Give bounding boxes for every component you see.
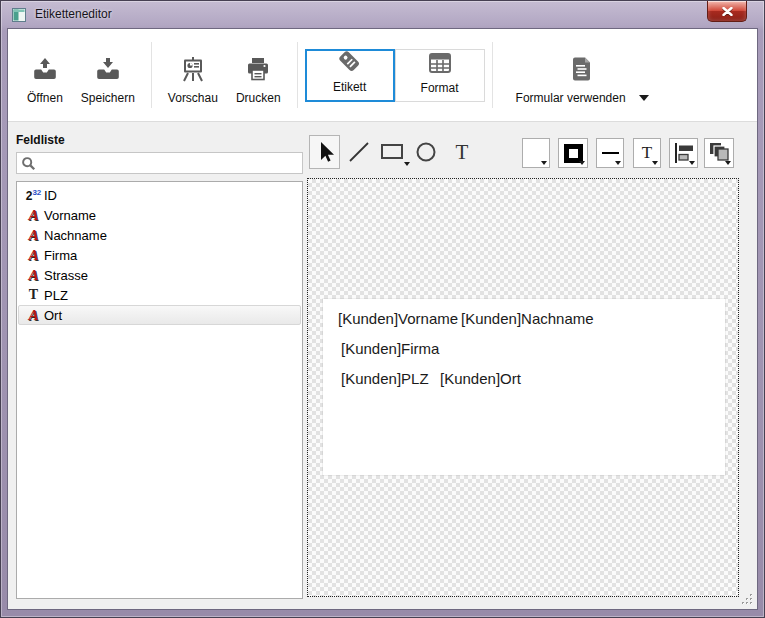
window-title: Etiketteneditor	[35, 7, 112, 21]
field-placeholder-nachname[interactable]: [Kunden]Nachname	[461, 310, 594, 327]
field-row-strasse[interactable]: A Strasse	[18, 265, 301, 285]
fieldlist-title: Feldliste	[16, 133, 65, 147]
dropdown-arrow-icon	[652, 161, 658, 165]
dropdown-arrow-icon	[725, 161, 731, 165]
text-style-button[interactable]: T	[633, 138, 661, 168]
label-view-label: Etikett	[333, 80, 366, 94]
dropdown-arrow-icon	[689, 161, 695, 165]
search-input[interactable]	[40, 156, 298, 170]
field-row-id[interactable]: 232 ID	[18, 185, 301, 205]
field-placeholder-ort[interactable]: [Kunden]Ort	[440, 370, 521, 387]
field-placeholder-vorname[interactable]: [Kunden]Vorname	[338, 310, 458, 327]
field-label: Ort	[44, 308, 62, 323]
line-style-button[interactable]	[596, 138, 624, 168]
border-color-icon	[564, 144, 583, 163]
field-placeholder-plz[interactable]: [Kunden]PLZ	[341, 370, 429, 387]
rectangle-tool-button[interactable]	[378, 135, 406, 169]
field-row-ort[interactable]: A Ort	[18, 305, 301, 325]
field-label: PLZ	[44, 288, 68, 303]
open-label: Öffnen	[27, 91, 63, 105]
align-button[interactable]	[669, 138, 698, 168]
save-label: Speichern	[81, 91, 135, 105]
open-button[interactable]: Öffnen	[18, 45, 72, 105]
field-label: Firma	[44, 248, 77, 263]
rectangle-dropdown-arrow-icon	[404, 162, 410, 166]
integer-type-icon: 232	[23, 189, 44, 202]
field-label: Vorname	[44, 208, 96, 223]
search-icon	[21, 156, 36, 171]
design-canvas[interactable]: [Kunden]Vorname [Kunden]Nachname [Kunden…	[307, 178, 739, 597]
border-color-button[interactable]	[558, 138, 588, 168]
text-style-icon: T	[642, 143, 652, 163]
line-tool-button[interactable]	[347, 135, 371, 169]
close-icon	[722, 7, 733, 16]
arrange-button[interactable]	[704, 138, 734, 168]
string-type-icon: A	[23, 268, 44, 283]
line-style-icon	[602, 152, 619, 154]
field-placeholder-firma[interactable]: [Kunden]Firma	[341, 340, 439, 357]
format-view-label: Format	[421, 81, 459, 95]
toolbar-separator	[297, 42, 298, 108]
app-icon	[12, 8, 26, 22]
dropdown-arrow-icon	[579, 161, 585, 165]
editor-panel: T T	[307, 135, 747, 599]
line-icon	[348, 141, 370, 163]
field-row-plz[interactable]: T PLZ	[18, 285, 301, 305]
use-form-label: Formular verwenden	[516, 91, 626, 105]
string-type-icon: A	[23, 308, 44, 323]
print-label: Drucken	[236, 91, 281, 105]
field-row-nachname[interactable]: A Nachname	[18, 225, 301, 245]
field-list[interactable]: 232 ID A Vorname A Nachname A Firma A St…	[16, 181, 303, 599]
dropdown-arrow-icon	[639, 95, 649, 101]
rectangle-icon	[380, 143, 404, 161]
window: Etiketteneditor Öffnen	[0, 0, 765, 618]
text-tool-button[interactable]: T	[450, 135, 474, 169]
field-row-vorname[interactable]: A Vorname	[18, 205, 301, 225]
titlebar[interactable]: Etiketteneditor	[1, 1, 764, 28]
cursor-arrow-icon	[314, 140, 336, 164]
print-button[interactable]: Drucken	[227, 45, 290, 105]
open-icon	[32, 54, 58, 84]
string-type-icon: A	[23, 228, 44, 243]
toolbar-separator	[151, 42, 152, 108]
toolbar-separator	[492, 42, 493, 108]
save-button[interactable]: Speichern	[72, 45, 144, 105]
main-toolbar: Öffnen Speichern	[8, 29, 757, 122]
client-area: Öffnen Speichern	[7, 28, 758, 610]
use-form-button[interactable]: Formular verwenden	[500, 45, 665, 105]
form-icon	[570, 54, 594, 84]
ellipse-tool-button[interactable]	[414, 135, 438, 169]
text-type-icon: T	[23, 288, 44, 302]
label-area[interactable]: [Kunden]Vorname [Kunden]Nachname [Kunden…	[323, 299, 725, 475]
resize-grip[interactable]	[741, 593, 754, 606]
label-view-button[interactable]: Etikett	[305, 49, 395, 102]
field-row-firma[interactable]: A Firma	[18, 245, 301, 265]
field-label: ID	[44, 188, 57, 203]
tag-icon	[336, 48, 363, 75]
dropdown-arrow-icon	[615, 161, 621, 165]
select-tool-button[interactable]	[309, 135, 340, 169]
string-type-icon: A	[23, 208, 44, 223]
close-button[interactable]	[707, 1, 747, 22]
dropdown-arrow-icon	[541, 161, 547, 165]
preview-icon	[180, 54, 206, 84]
string-type-icon: A	[23, 248, 44, 263]
preview-button[interactable]: Vorschau	[159, 45, 227, 105]
field-label: Strasse	[44, 268, 88, 283]
text-tool-icon: T	[456, 140, 469, 165]
preview-label: Vorschau	[168, 91, 218, 105]
ellipse-icon	[415, 141, 437, 163]
fill-color-button[interactable]	[522, 138, 550, 168]
print-icon	[245, 54, 271, 84]
table-icon	[427, 50, 453, 76]
save-icon	[95, 54, 121, 84]
field-label: Nachname	[44, 228, 107, 243]
search-box[interactable]	[16, 152, 303, 174]
format-view-button[interactable]: Format	[395, 49, 485, 102]
